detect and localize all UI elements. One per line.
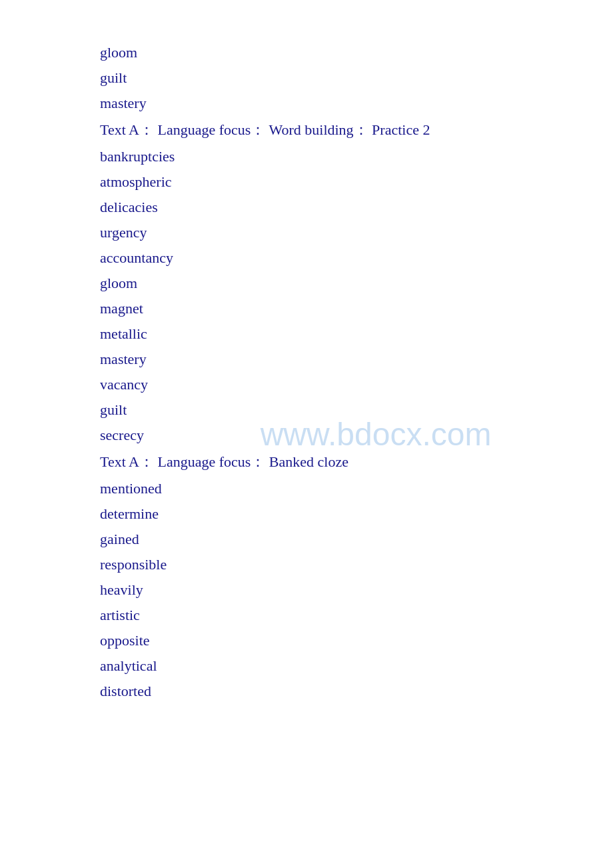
list-item: magnet [100, 296, 613, 321]
list-item: mastery [100, 347, 613, 372]
list-item: analytical [100, 653, 613, 679]
list-item: responsible [100, 552, 613, 577]
list-item: urgency [100, 220, 613, 245]
list-item: vacancy [100, 372, 613, 397]
list-item: guilt [100, 65, 613, 91]
list-item: heavily [100, 577, 613, 603]
list-item: opposite [100, 628, 613, 653]
list-item: gloom [100, 40, 613, 65]
list-item: gained [100, 527, 613, 552]
list-item: mastery [100, 91, 613, 116]
list-item: delicacies [100, 195, 613, 220]
main-content: gloomguiltmasteryText A： Language focus：… [0, 0, 613, 744]
section-header: Text A： Language focus： Word building： P… [100, 116, 613, 144]
list-item: determine [100, 501, 613, 527]
list-item: atmospheric [100, 169, 613, 195]
list-item: bankruptcies [100, 144, 613, 169]
list-item: metallic [100, 321, 613, 347]
section-header: Text A： Language focus： Banked cloze [100, 448, 613, 476]
list-item: distorted [100, 679, 613, 704]
list-item: guilt [100, 397, 613, 423]
list-item: gloom [100, 271, 613, 296]
list-item: mentioned [100, 476, 613, 501]
list-item: accountancy [100, 245, 613, 271]
list-item: artistic [100, 603, 613, 628]
list-item: secrecy [100, 423, 613, 448]
